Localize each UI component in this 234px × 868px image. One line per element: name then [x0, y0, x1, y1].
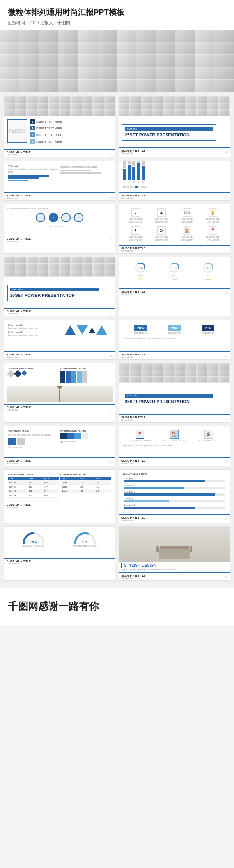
- hbar-5: [60, 172, 101, 174]
- slide-row8-left-footer: SLIDE MAIN TITLE Slide sub title 8.1: [4, 502, 115, 510]
- icon-warn: ▲: [157, 208, 166, 217]
- gauge-svg-35: 35%: [22, 531, 45, 545]
- fill-5: [124, 507, 195, 509]
- circle-svg-1: 40%: [135, 262, 146, 273]
- footer-title-5: SLIDE MAIN TITLE: [7, 238, 31, 240]
- footer-sub-10: Slide sub title: [121, 356, 145, 358]
- icon-sublabel-2: Enter your title: [155, 221, 168, 223]
- slide-eye-catching-content: 📍 EYE-CATCHING VISUAL 🏠 EYE-CATCHING VIS…: [119, 426, 230, 457]
- stylish-label: TOP QUALITY DESIGN: [8, 430, 59, 432]
- bar-group-5: E: [142, 161, 145, 183]
- index-num-4: 4: [30, 139, 35, 144]
- footer-title-10: SLIDE MAIN TITLE: [121, 353, 145, 356]
- slide-28pct: 28% description text 28% description tex…: [119, 320, 230, 360]
- index-text-4: INSERT TEXT HERE: [36, 140, 62, 143]
- icon-sublabel-3: Enter your title: [181, 221, 193, 223]
- eye-icon-2: 🏠 EYE-CATCHING VISUAL: [163, 430, 186, 442]
- page-num-11: 6.1: [110, 407, 113, 410]
- swatch-c: [74, 433, 81, 439]
- sofa-seat: [159, 549, 190, 559]
- sofa-arm-l: [156, 546, 159, 552]
- slides-row-8: SLIDE DIAGRAM & CHART TitleVal AVal B It…: [4, 469, 230, 523]
- footer-sub-8: Slide sub title: [121, 293, 145, 295]
- icon-music: ♪: [131, 208, 140, 217]
- slide-row7-left-footer: SLIDE MAIN TITLE Slide sub title 7.1: [4, 457, 115, 466]
- icon-gear: ⚙: [157, 226, 166, 235]
- footer-title-3: SLIDE MAIN TITLE: [7, 194, 31, 197]
- progress-diagram-label: SLIDE DIAGRAM & CHART: [121, 472, 227, 476]
- page-num-8: 4.2: [225, 292, 227, 294]
- icon-sublabel-7: Enter your title: [181, 239, 193, 241]
- footer-sub-14: Slide sub title: [121, 462, 145, 464]
- slide-bar-chart: A B C D: [119, 161, 230, 201]
- footer-sub-11: Slide sub title: [7, 409, 31, 411]
- footer-sub-17: Slide sub title: [7, 563, 31, 565]
- table-diagram-label: SLIDE DIAGRAM & CHART: [8, 473, 59, 476]
- slide-footer-title-2: SLIDE MAIN TITLE: [121, 149, 145, 152]
- slide-progress: SLIDE DIAGRAM & CHART Category A Categor…: [119, 469, 230, 523]
- sofa-arm-r: [190, 546, 192, 552]
- slide-icons-content: ♪ Enter your label Enter your title ▲ En…: [119, 204, 230, 245]
- diamond-3: [21, 370, 27, 376]
- icon-star: ★: [131, 226, 140, 235]
- icon-label-1: Enter your label: [129, 218, 142, 220]
- eye-icon-box-3: ⚙: [204, 430, 213, 439]
- part-one-border: PART ONE 25SET POWER PRESENTATION: [122, 124, 216, 140]
- eye-icons-row: 📍 EYE-CATCHING VISUAL 🏠 EYE-CATCHING VIS…: [121, 429, 227, 443]
- icon-item-5: ★ Enter your label Enter your title: [124, 226, 147, 241]
- fill-3: [124, 493, 215, 496]
- color-swatch-4: [77, 371, 82, 383]
- bar-g1: [123, 161, 126, 168]
- icon-item-6: ⚙ Enter your label Enter your title: [150, 226, 173, 241]
- slide-row6-left-footer: SLIDE MAIN TITLE Slide sub title 6.1: [4, 404, 115, 412]
- footer-title-13: SLIDE MAIN TITLE: [7, 459, 31, 462]
- footer-sub-15: Slide sub title: [7, 506, 31, 509]
- slide-row8-right-footer: SLIDE MAIN TITLE Slide sub title 8.2: [119, 514, 230, 523]
- color-swatch-5: [82, 371, 87, 383]
- swatch-d: [82, 433, 88, 439]
- icon-label-7: Enter your label: [180, 236, 194, 238]
- footer-sub-9: Slide sub title: [7, 356, 31, 358]
- eye-icon-3: ⚙ EYE-CATCHING VISUAL: [197, 430, 220, 442]
- index-text-3: INSERT TEXT HERE: [36, 134, 62, 136]
- part-two-content: PART TWO 25SET POWER PRESENTATION: [4, 277, 115, 308]
- bar-b1: [123, 169, 126, 180]
- footer-title-17: SLIDE MAIN TITLE: [7, 560, 31, 563]
- thanks-title: 千图网感谢一路有你: [8, 600, 99, 613]
- progress-bars: Category A Category B Category C Categor…: [121, 476, 227, 512]
- footer-title-8: SLIDE MAIN TITLE: [121, 290, 145, 293]
- page-num-5: 3.1: [110, 239, 113, 241]
- slide-row5-left-footer: SLIDE MAIN TITLE Slide sub title 5.1: [4, 351, 115, 359]
- color-swatch-2: [66, 371, 71, 383]
- slide-page-num-2: 1.2: [225, 151, 227, 153]
- icon-sublabel-5: Enter your title: [129, 239, 142, 241]
- icon-label-6: Enter your label: [154, 236, 168, 238]
- diamond-2: [14, 370, 22, 378]
- page-num-12: 6.2: [225, 418, 227, 420]
- part-one-label: PART ONE: [125, 127, 213, 131]
- part-one-content: PART ONE 25SET POWER PRESENTATION: [119, 116, 230, 147]
- slide-row3-left-footer: SLIDE MAIN TITLE Slide sub title 3.1: [4, 236, 115, 244]
- icon-label-2: Enter your label: [154, 218, 168, 220]
- index-logo: INDEX: [7, 119, 27, 143]
- eye-icon-box-1: 📍: [136, 430, 144, 439]
- pct-badge-1: 28%: [134, 325, 147, 331]
- footer-title-6: SLIDE MAIN TITLE: [121, 247, 145, 250]
- footer-title-12: SLIDE MAIN TITLE: [121, 416, 145, 419]
- svg-text:60%: 60%: [82, 540, 88, 544]
- footer-title-16: SLIDE MAIN TITLE: [121, 516, 145, 519]
- proc-4: 4: [74, 213, 83, 222]
- slide-gauge-content: 35% TOP QUALITY DESIGN 60% CONTEMPORARY …: [4, 527, 115, 558]
- bar-g5: [142, 161, 145, 165]
- page-num-16: 8.2: [225, 518, 227, 520]
- icon-label-4: Enter your label: [206, 218, 220, 220]
- page-num-15: 8.1: [110, 505, 113, 507]
- progress-5: Category E: [124, 504, 225, 509]
- bar-g2: [128, 161, 131, 164]
- slide-triangles-content: Enter your title Enter description text …: [4, 320, 115, 351]
- slide-gauge: 35% TOP QUALITY DESIGN 60% CONTEMPORARY …: [4, 526, 115, 581]
- svg-text:40%: 40%: [172, 267, 177, 269]
- index-num-1: 1: [30, 119, 35, 124]
- slide-table: SLIDE DIAGRAM & CHART TitleVal AVal B It…: [4, 469, 115, 523]
- pct-badge-3: 28%: [202, 325, 215, 331]
